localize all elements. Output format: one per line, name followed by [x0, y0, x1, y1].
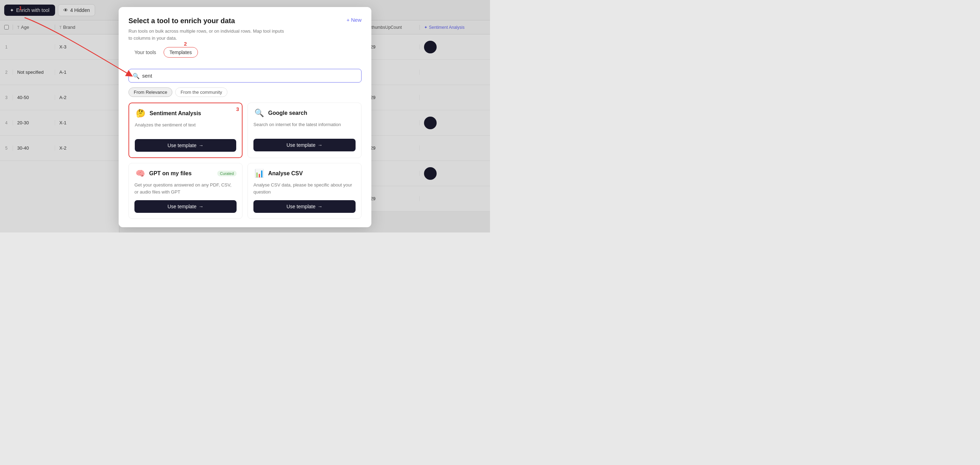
use-template-label: Use template	[286, 204, 315, 209]
tab-your-tools[interactable]: Your tools	[129, 47, 162, 57]
tab-templates[interactable]: Templates	[164, 47, 198, 57]
csv-icon: 📊	[253, 169, 265, 178]
sentiment-icon: 🤔	[135, 109, 146, 118]
gpt-icon: 🧠	[134, 169, 146, 178]
arrow-icon: →	[318, 204, 323, 209]
tools-grid: 🤔 Sentiment Analysis Analyzes the sentim…	[129, 103, 361, 219]
community-label: From the community	[180, 89, 222, 95]
templates-tab-label: Templates	[170, 49, 192, 55]
arrow-icon: →	[318, 142, 323, 148]
modal-subtitle: Run tools on bulk across multiple rows, …	[129, 28, 361, 41]
use-template-csv-button[interactable]: Use template →	[253, 200, 356, 213]
relevance-label: From Relevance	[134, 89, 167, 95]
modal-overlay: Select a tool to enrich your data + New …	[0, 0, 490, 232]
card-header: 🔍 Google search	[253, 108, 356, 118]
from-relevance-pill[interactable]: From Relevance	[129, 88, 172, 97]
analyse-csv-card[interactable]: 📊 Analyse CSV Analyse CSV data, please b…	[247, 163, 361, 219]
annotation-2: 2	[184, 41, 187, 47]
search-container: 🔍	[129, 69, 361, 83]
card-header: 🧠 GPT on my files Curated	[134, 169, 237, 178]
card-title: Analyse CSV	[268, 170, 303, 177]
use-template-label: Use template	[167, 204, 196, 209]
card-description: Get your questions answered on any PDF, …	[134, 182, 237, 195]
gpt-files-card[interactable]: 🧠 GPT on my files Curated Get your quest…	[129, 163, 243, 219]
search-input[interactable]	[129, 69, 361, 83]
modal-tabs: Your tools Templates	[129, 47, 198, 57]
card-header: 📊 Analyse CSV	[253, 169, 356, 178]
plus-icon: +	[347, 17, 350, 23]
search-icon: 🔍	[133, 72, 140, 79]
new-label: New	[351, 17, 361, 23]
use-template-label: Use template	[167, 143, 196, 148]
your-tools-tab-label: Your tools	[134, 49, 156, 55]
use-template-sentiment-button[interactable]: Use template →	[135, 139, 236, 152]
modal-title: Select a tool to enrich your data	[129, 17, 235, 25]
card-title: Google search	[268, 110, 307, 116]
curated-badge: Curated	[217, 171, 237, 176]
from-community-pill[interactable]: From the community	[175, 88, 227, 97]
filter-pills: From Relevance From the community	[129, 88, 361, 97]
card-title: GPT on my files	[149, 170, 192, 177]
card-description: Analyzes the sentiment of text	[135, 121, 236, 134]
tool-selection-modal: Select a tool to enrich your data + New …	[119, 7, 371, 227]
use-template-google-button[interactable]: Use template →	[253, 139, 356, 151]
tabs-container: Your tools Templates 2	[129, 47, 198, 63]
use-template-gpt-button[interactable]: Use template →	[134, 200, 237, 213]
modal-header: Select a tool to enrich your data + New	[129, 17, 361, 25]
use-template-label: Use template	[286, 142, 315, 148]
arrow-icon: →	[199, 204, 204, 209]
card-title: Sentiment Analysis	[150, 110, 201, 116]
new-tool-button[interactable]: + New	[347, 17, 361, 23]
sentiment-analysis-card[interactable]: 🤔 Sentiment Analysis Analyzes the sentim…	[129, 103, 243, 158]
card-description: Analyse CSV data, please be specific abo…	[253, 182, 356, 195]
arrow-icon: →	[199, 143, 204, 148]
card-description: Search on internet for the latest inform…	[253, 121, 356, 134]
google-search-card[interactable]: 🔍 Google search Search on internet for t…	[247, 103, 361, 158]
card-header: 🤔 Sentiment Analysis	[135, 109, 236, 118]
search-icon: 🔍	[253, 108, 265, 118]
annotation-3: 3	[236, 106, 239, 112]
